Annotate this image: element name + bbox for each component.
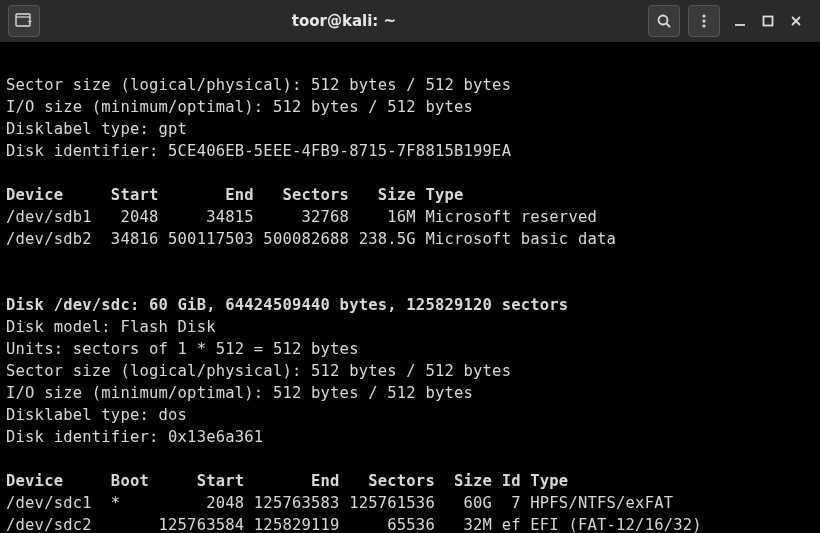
disk-id-line: Disk identifier: 5CE406EB-5EEE-4FB9-8715… — [6, 142, 511, 160]
partition-row: /dev/sdc1 * 2048 125763583 125761536 60G… — [6, 494, 673, 512]
window-controls — [728, 15, 812, 27]
io-size-line: I/O size (minimum/optimal): 512 bytes / … — [6, 384, 473, 402]
search-button[interactable] — [648, 5, 680, 37]
partition-header: Device Start End Sectors Size Type — [6, 186, 464, 204]
terminal-add-icon: + — [15, 13, 33, 29]
svg-point-5 — [702, 14, 705, 17]
partition-header: Device Boot Start End Sectors Size Id Ty… — [6, 472, 568, 490]
partition-row: /dev/sdb2 34816 500117503 500082688 238.… — [6, 230, 616, 248]
units-line: Units: sectors of 1 * 512 = 512 bytes — [6, 340, 359, 358]
minimize-icon — [734, 15, 746, 27]
partition-row: /dev/sdb1 2048 34815 32768 16M Microsoft… — [6, 208, 597, 226]
title-bar: + toor@kali: ~ — [0, 0, 820, 42]
svg-point-3 — [659, 16, 668, 25]
disk-id-line: Disk identifier: 0x13e6a361 — [6, 428, 263, 446]
disklabel-line: Disklabel type: dos — [6, 406, 187, 424]
minimize-button[interactable] — [734, 15, 750, 27]
close-icon — [790, 15, 802, 27]
maximize-button[interactable] — [762, 15, 778, 27]
svg-text:+: + — [27, 17, 32, 27]
new-tab-button[interactable]: + — [8, 5, 40, 37]
search-icon — [656, 13, 672, 29]
io-size-line: I/O size (minimum/optimal): 512 bytes / … — [6, 98, 473, 116]
sector-size-line: Sector size (logical/physical): 512 byte… — [6, 362, 511, 380]
close-button[interactable] — [790, 15, 806, 27]
window-title: toor@kali: ~ — [48, 12, 640, 30]
svg-rect-9 — [764, 17, 773, 26]
disk-summary-line: Disk /dev/sdc: 60 GiB, 64424509440 bytes… — [6, 296, 568, 314]
disk-model-line: Disk model: Flash Disk — [6, 318, 216, 336]
sector-size-line: Sector size (logical/physical): 512 byte… — [6, 76, 511, 94]
menu-button[interactable] — [688, 5, 720, 37]
kebab-menu-icon — [696, 13, 712, 29]
maximize-icon — [762, 15, 774, 27]
partition-row: /dev/sdc2 125763584 125829119 65536 32M … — [6, 516, 702, 533]
svg-point-6 — [702, 19, 705, 22]
disklabel-line: Disklabel type: gpt — [6, 120, 187, 138]
svg-point-7 — [702, 24, 705, 27]
svg-line-4 — [667, 24, 671, 28]
terminal-output[interactable]: Sector size (logical/physical): 512 byte… — [0, 42, 820, 533]
